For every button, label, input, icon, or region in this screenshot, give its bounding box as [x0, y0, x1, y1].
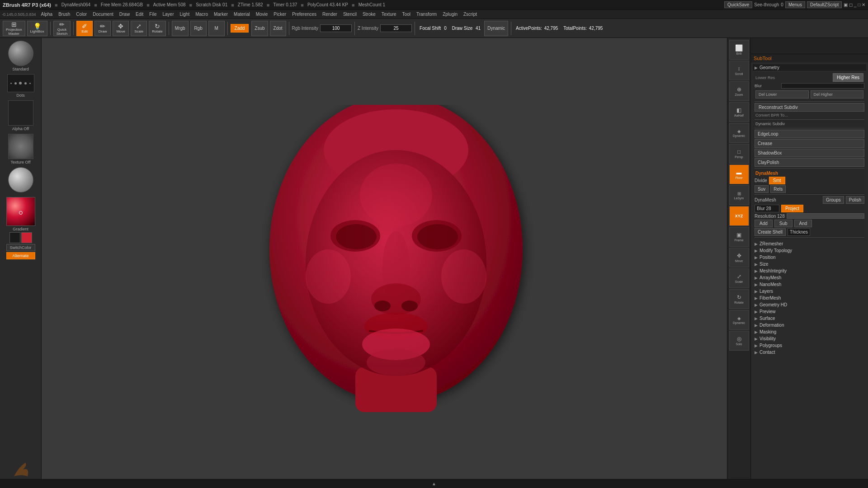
preview-item[interactable]: ▶ Preview: [753, 308, 866, 315]
smt-button[interactable]: Smt: [769, 177, 785, 184]
arraymesh-item[interactable]: ▶ ArrayMesh: [753, 274, 866, 281]
z-intensity-value[interactable]: 25: [380, 24, 412, 32]
nanomesh-item[interactable]: ▶ NanoMesh: [753, 281, 866, 288]
frame-button[interactable]: ▣ Frame: [729, 227, 749, 247]
menu-layer[interactable]: Layer: [160, 11, 176, 18]
subtool-title[interactable]: SubTool: [751, 54, 868, 62]
alpha-preview[interactable]: [8, 100, 33, 126]
zadd-button[interactable]: Zadd: [231, 24, 249, 33]
menu-zplugin[interactable]: Zplugin: [440, 11, 460, 18]
geometry-section-header[interactable]: ▶ Geometry: [753, 64, 866, 71]
canvas-area[interactable]: [42, 38, 750, 479]
menu-brush[interactable]: Brush: [56, 11, 73, 18]
higher-res-button[interactable]: Higher Res: [833, 73, 863, 82]
groups-button[interactable]: Groups: [823, 196, 844, 204]
polish-button[interactable]: Polish: [846, 196, 864, 204]
stroke-preview[interactable]: [7, 74, 34, 92]
menu-transform[interactable]: Transform: [414, 11, 439, 18]
menu-document[interactable]: Document: [90, 11, 116, 18]
defaultzscript-button[interactable]: DefaultZScript: [807, 1, 842, 8]
menu-picker[interactable]: Picker: [271, 11, 289, 18]
persp-button[interactable]: □ Persp: [729, 144, 749, 164]
menu-preferences[interactable]: Preferences: [289, 11, 319, 18]
aahalf-button[interactable]: ◧ AaHalf: [729, 102, 749, 122]
add-button[interactable]: Add: [755, 220, 773, 227]
rotate-right-button[interactable]: ↻ Rotate: [729, 289, 749, 309]
projection-master-button[interactable]: ⊞ Projection Master: [3, 21, 25, 36]
menu-light[interactable]: Light: [177, 11, 192, 18]
move-button[interactable]: ✥ Move: [113, 21, 129, 36]
texture-preview[interactable]: [8, 134, 33, 159]
suv-button[interactable]: Suv: [755, 185, 769, 193]
red-swatch[interactable]: [21, 232, 32, 243]
layers-item[interactable]: ▶ Layers: [753, 288, 866, 295]
menu-movie[interactable]: Movie: [253, 11, 271, 18]
mrgb-button[interactable]: Mrgb: [172, 21, 189, 36]
menu-alpha[interactable]: Alpha: [38, 11, 56, 18]
menu-edit[interactable]: Edit: [133, 11, 146, 18]
shadowbox-button[interactable]: ShadowBox: [755, 149, 864, 157]
menu-zscript[interactable]: Zscript: [461, 11, 480, 18]
deformation-item[interactable]: ▶ Deformation: [753, 322, 866, 328]
lightbox-button[interactable]: 💡 LightBox: [27, 21, 47, 36]
rotate-button[interactable]: ↻ Rotate: [149, 21, 166, 36]
surface-item[interactable]: ▶ Surface: [753, 315, 866, 322]
move-right-button[interactable]: ✥ Move: [729, 248, 749, 267]
menu-tool[interactable]: Tool: [400, 11, 413, 18]
del-lower-button[interactable]: Del Lower: [755, 90, 809, 99]
fibermesh-item[interactable]: ▶ FiberMesh: [753, 295, 866, 301]
switchcolor-button[interactable]: SwitchColor: [6, 244, 35, 251]
menu-render[interactable]: Render: [320, 11, 340, 18]
menus-button[interactable]: Menus: [785, 1, 805, 8]
size-item[interactable]: ▶ Size: [753, 261, 866, 267]
dynamic-button[interactable]: Dynamic: [484, 21, 508, 36]
menu-macro[interactable]: Macro: [193, 11, 211, 18]
and-button[interactable]: And: [794, 220, 812, 227]
modify-topology-item[interactable]: ▶ Modify Topology: [753, 247, 866, 254]
meshintegrity-item[interactable]: ▶ MeshIntegrity: [753, 267, 866, 274]
polygroups-item[interactable]: ▶ Polygroups: [753, 342, 866, 349]
claypolish-button[interactable]: ClayPolish: [755, 158, 864, 167]
menu-draw[interactable]: Draw: [117, 11, 132, 18]
scale-right-button[interactable]: ⤢ Scale: [729, 268, 749, 288]
dynamic2-button[interactable]: ◈ Dynamic: [729, 310, 749, 330]
xyz-button[interactable]: XYZ: [729, 206, 749, 226]
m-button[interactable]: M: [208, 21, 225, 36]
brill-button[interactable]: ⬜ Brill: [729, 40, 749, 60]
contact-item[interactable]: ▶ Contact: [753, 349, 866, 356]
rgb-intensity-value[interactable]: 100: [320, 24, 352, 32]
quicksave-button[interactable]: QuickSave: [724, 1, 752, 8]
menu-color[interactable]: Color: [73, 11, 90, 18]
zremesher-item[interactable]: ▶ ZRemesher: [753, 240, 866, 247]
crease-button[interactable]: Crease: [755, 139, 864, 148]
black-swatch[interactable]: [9, 232, 20, 243]
menu-file[interactable]: File: [146, 11, 159, 18]
alternate-button[interactable]: Alternate: [6, 252, 35, 259]
resolution-slider[interactable]: [787, 213, 864, 219]
geometry-hd-item[interactable]: ▶ Geometry HD: [753, 301, 866, 308]
scroll-button[interactable]: ↕ Scroll: [729, 61, 749, 80]
zoom-button[interactable]: ⊕ Zoom: [729, 81, 749, 101]
brush-preview[interactable]: [8, 41, 33, 66]
dynamic-button-r[interactable]: ◈ Dynamic: [729, 123, 749, 143]
edgeloop-button[interactable]: EdgeLoop: [755, 130, 864, 138]
material-preview[interactable]: [8, 167, 33, 192]
menu-stroke[interactable]: Stroke: [360, 11, 378, 18]
rgb-button[interactable]: Rgb: [190, 21, 207, 36]
local-button[interactable]: ⊞ LaSym: [729, 185, 749, 205]
edit-button[interactable]: ✐ Edit: [76, 21, 93, 36]
draw-button[interactable]: ✏ Draw: [94, 21, 111, 36]
visibility-item[interactable]: ▶ Visibility: [753, 335, 866, 342]
sub-button[interactable]: Sub: [774, 220, 793, 227]
scale-button[interactable]: ⤢ Scale: [131, 21, 147, 36]
solo-button[interactable]: ◎ Solo: [729, 331, 749, 351]
create-shell-button[interactable]: Create Shell: [755, 228, 786, 236]
thickness-input[interactable]: [788, 228, 810, 236]
menu-material[interactable]: Material: [231, 11, 253, 18]
masking-item[interactable]: ▶ Masking: [753, 328, 866, 335]
del-higher-button[interactable]: Del Higher: [811, 90, 864, 99]
menu-marker[interactable]: Marker: [211, 11, 231, 18]
blur-dm-input[interactable]: [755, 205, 779, 212]
zsub-button[interactable]: Zsub: [251, 21, 268, 36]
quick-sketch-button[interactable]: ✏ Quick Sketch: [53, 21, 71, 36]
